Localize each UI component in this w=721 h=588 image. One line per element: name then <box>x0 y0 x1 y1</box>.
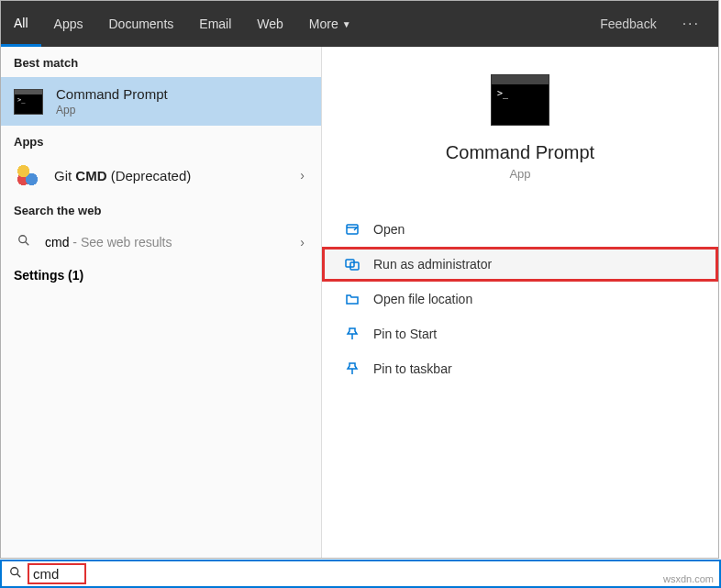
settings-result[interactable]: Settings (1) <box>1 259 321 292</box>
search-icon <box>14 234 34 250</box>
search-web-header: Search the web <box>1 194 321 225</box>
feedback-button[interactable]: Feedback <box>587 17 669 31</box>
svg-rect-2 <box>347 225 358 234</box>
command-prompt-large-icon <box>491 74 549 126</box>
action-admin-label: Run as administrator <box>373 257 492 272</box>
action-open-file-location[interactable]: Open file location <box>322 282 718 316</box>
content-area: Best match Command Prompt App Apps Git C… <box>1 47 718 558</box>
chevron-down-icon: ▼ <box>342 19 351 29</box>
preview-title: Command Prompt <box>322 142 718 163</box>
more-options-button[interactable]: ··· <box>673 16 709 32</box>
watermark-text: wsxdn.com <box>663 573 714 584</box>
top-tab-bar: All Apps Documents Email Web More ▼ Feed… <box>1 1 718 47</box>
best-match-header: Best match <box>1 47 321 77</box>
action-open[interactable]: Open <box>322 212 718 247</box>
command-prompt-icon <box>14 89 43 115</box>
tab-documents[interactable]: Documents <box>95 1 186 47</box>
folder-icon <box>344 291 360 307</box>
svg-line-6 <box>17 574 21 578</box>
svg-point-0 <box>19 236 27 243</box>
result-subtitle: App <box>56 104 168 116</box>
preview-subtitle: App <box>322 167 718 181</box>
web-result-cmd[interactable]: cmd - See web results › <box>1 225 321 259</box>
tab-web[interactable]: Web <box>244 1 296 47</box>
tab-all[interactable]: All <box>1 1 41 47</box>
action-pin-to-taskbar[interactable]: Pin to taskbar <box>322 351 718 386</box>
search-window: All Apps Documents Email Web More ▼ Feed… <box>0 0 719 559</box>
chevron-right-icon: › <box>300 168 305 183</box>
admin-shield-icon <box>344 256 360 272</box>
preview-actions: Open Run as administrator Open file loca… <box>322 212 718 386</box>
action-pin-taskbar-label: Pin to taskbar <box>373 361 452 376</box>
git-cmd-label: Git CMD (Deprecated) <box>54 168 191 183</box>
preview-header: Command Prompt App <box>322 47 718 181</box>
apps-header: Apps <box>1 126 321 156</box>
tab-more-label: More <box>309 17 338 31</box>
open-icon <box>344 221 360 238</box>
web-result-text: cmd - See web results <box>45 235 172 250</box>
chevron-right-icon: › <box>300 235 305 250</box>
action-open-label: Open <box>373 222 405 237</box>
results-panel: Best match Command Prompt App Apps Git C… <box>1 47 322 558</box>
tab-more[interactable]: More ▼ <box>296 1 364 47</box>
search-icon <box>9 566 22 582</box>
action-location-label: Open file location <box>373 292 472 306</box>
pin-icon <box>344 361 360 377</box>
top-right-controls: Feedback ··· <box>587 1 718 47</box>
action-run-as-administrator[interactable]: Run as administrator <box>322 247 718 282</box>
result-command-prompt[interactable]: Command Prompt App <box>1 77 321 126</box>
action-pin-to-start[interactable]: Pin to Start <box>322 316 718 351</box>
search-bar[interactable]: cmd <box>0 560 721 588</box>
action-pin-start-label: Pin to Start <box>373 327 437 341</box>
result-git-cmd[interactable]: Git CMD (Deprecated) › <box>1 156 321 194</box>
search-input[interactable]: cmd <box>29 565 84 582</box>
preview-panel: Command Prompt App Open Run as administr… <box>322 47 718 558</box>
tab-email[interactable]: Email <box>186 1 244 47</box>
svg-point-5 <box>11 568 18 575</box>
svg-line-1 <box>26 242 29 246</box>
pin-icon <box>344 326 360 342</box>
result-text: Command Prompt App <box>56 86 168 116</box>
tab-apps[interactable]: Apps <box>41 1 96 47</box>
result-title: Command Prompt <box>56 86 168 102</box>
git-icon <box>17 165 38 185</box>
